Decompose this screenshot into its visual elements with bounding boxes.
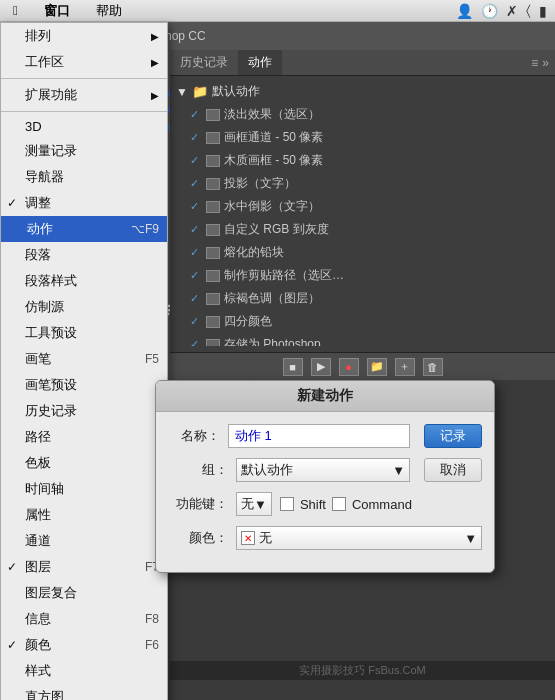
group-label: 组：	[168, 461, 228, 479]
dialog-right-buttons: 记录	[424, 424, 482, 448]
ps-title-text: hop CC	[165, 29, 206, 43]
stop-button[interactable]: ■	[283, 358, 303, 376]
action-icon-1	[206, 109, 220, 121]
action-item-7[interactable]: ✓ 熔化的铅块	[170, 241, 555, 264]
hotkey-select[interactable]: 无 ▼	[236, 492, 272, 516]
action-name-5: 水中倒影（文字）	[224, 198, 549, 215]
menu-item-color[interactable]: 颜色 F6	[1, 632, 167, 658]
menu-item-navigator[interactable]: 导航器	[1, 164, 167, 190]
action-item-11[interactable]: ✓ 存储为 Photoshop …	[170, 333, 555, 346]
bluetooth-icon: ✗	[506, 3, 518, 19]
action-item-1[interactable]: ✓ 淡出效果（选区）	[170, 103, 555, 126]
tab-history[interactable]: 历史记录	[170, 50, 238, 75]
action-icon-9	[206, 293, 220, 305]
menu-item-layers[interactable]: 图层 F7	[1, 554, 167, 580]
menu-item-3d[interactable]: 3D	[1, 115, 167, 138]
action-icon-10	[206, 316, 220, 328]
action-item-4[interactable]: ✓ 投影（文字）	[170, 172, 555, 195]
action-name-3: 木质画框 - 50 像素	[224, 152, 549, 169]
dialog-group-row: 组： 默认动作 ▼ 取消	[168, 458, 482, 482]
menu-item-brush[interactable]: 画笔 F5	[1, 346, 167, 372]
action-item-6[interactable]: ✓ 自定义 RGB 到灰度	[170, 218, 555, 241]
menu-item-para-style[interactable]: 段落样式	[1, 268, 167, 294]
delete-button[interactable]: 🗑	[423, 358, 443, 376]
new-set-button[interactable]: 📁	[367, 358, 387, 376]
record-button[interactable]: 记录	[424, 424, 482, 448]
menu-item-extend[interactable]: 扩展功能 ▶	[1, 82, 167, 108]
hotkey-label: 功能键：	[168, 495, 228, 513]
arrow-icon-2: ▶	[151, 57, 159, 68]
menubar-help[interactable]: 帮助	[91, 0, 127, 22]
new-action-button[interactable]: ＋	[395, 358, 415, 376]
menu-item-workspace[interactable]: 工作区 ▶	[1, 49, 167, 75]
dialog-name-row: 名称： 记录	[168, 424, 482, 448]
menu-item-actions[interactable]: ✓ 动作 ⌥F9	[1, 216, 167, 242]
action-item-9[interactable]: ✓ 棕褐色调（图层）	[170, 287, 555, 310]
menu-item-channels[interactable]: 通道	[1, 528, 167, 554]
group-name: 默认动作	[212, 83, 260, 100]
arrow-icon: ▶	[151, 31, 159, 42]
menu-item-measure[interactable]: 测量记录	[1, 138, 167, 164]
color-select[interactable]: ✕ 无 ▼	[236, 526, 482, 550]
menu-item-info[interactable]: 信息 F8	[1, 606, 167, 632]
color-value: 无	[255, 529, 464, 547]
canvas-bottom-text: 实用摄影技巧 FsBus.CoM	[170, 661, 555, 680]
action-item-8[interactable]: ✓ 制作剪贴路径（选区…	[170, 264, 555, 287]
cancel-button[interactable]: 取消	[424, 458, 482, 482]
menu-item-properties[interactable]: 属性	[1, 502, 167, 528]
panel-tabs: 历史记录 动作 ≡ »	[170, 50, 555, 76]
dialog-cancel-btns: 取消	[424, 458, 482, 482]
menu-item-brush-preset[interactable]: 画笔预设	[1, 372, 167, 398]
record-button[interactable]: ●	[339, 358, 359, 376]
action-item-3[interactable]: ✓ 木质画框 - 50 像素	[170, 149, 555, 172]
panel-expand-icon[interactable]: »	[542, 56, 549, 70]
action-icon-2	[206, 132, 220, 144]
menubar-window[interactable]: 窗口	[39, 0, 75, 22]
menu-item-styles[interactable]: 样式	[1, 658, 167, 684]
dialog-body: 名称： 记录 组： 默认动作 ▼ 取消 功能键：	[156, 412, 494, 572]
shift-label: Shift	[300, 497, 326, 512]
check-8: ✓	[190, 269, 202, 282]
menu-item-extend-label: 扩展功能	[25, 86, 77, 104]
menu-item-path[interactable]: 路径	[1, 424, 167, 450]
action-icon-6	[206, 224, 220, 236]
action-group-header[interactable]: ▼ 📁 默认动作	[170, 80, 555, 103]
menu-item-histogram[interactable]: 直方图	[1, 684, 167, 700]
clock-icon: 🕐	[481, 3, 498, 19]
play-button[interactable]: ▶	[311, 358, 331, 376]
menu-item-swatches[interactable]: 色板	[1, 450, 167, 476]
menu-item-timeline[interactable]: 时间轴	[1, 476, 167, 502]
check-1: ✓	[190, 108, 202, 121]
menu-item-clone-src[interactable]: 仿制源	[1, 294, 167, 320]
command-checkbox[interactable]	[332, 497, 346, 511]
shortcut-brush: F5	[145, 352, 159, 366]
actions-list: ▼ 📁 默认动作 ✓ 淡出效果（选区） ✓ 画框通道 - 50 像素 ✓ 木质画…	[170, 76, 555, 346]
color-x-icon: ✕	[241, 531, 255, 545]
menubar-right-icons: 👤 🕐 ✗ 〈 ▮	[456, 2, 547, 19]
action-icon-11	[206, 339, 220, 347]
action-icon-3	[206, 155, 220, 167]
action-item-5[interactable]: ✓ 水中倒影（文字）	[170, 195, 555, 218]
action-icon-7	[206, 247, 220, 259]
menubar-apple[interactable]: 	[8, 1, 23, 20]
menu-item-paragraph[interactable]: 段落	[1, 242, 167, 268]
menu-item-pailie[interactable]: 排列 ▶	[1, 23, 167, 49]
menu-item-tool-preset[interactable]: 工具预设	[1, 320, 167, 346]
menu-item-layer-comps[interactable]: 图层复合	[1, 580, 167, 606]
action-item-10[interactable]: ✓ 四分颜色	[170, 310, 555, 333]
check-4: ✓	[190, 177, 202, 190]
ps-titlebar: hop CC	[155, 22, 555, 50]
panel-menu-icon[interactable]: ≡	[531, 56, 538, 70]
menu-item-adjust[interactable]: 调整	[1, 190, 167, 216]
tab-actions[interactable]: 动作	[238, 50, 282, 75]
check-9: ✓	[190, 292, 202, 305]
name-input[interactable]	[228, 424, 410, 448]
shift-checkbox[interactable]	[280, 497, 294, 511]
group-select-value: 默认动作	[241, 461, 293, 479]
color-label: 颜色：	[168, 529, 228, 547]
group-select[interactable]: 默认动作 ▼	[236, 458, 410, 482]
checkboxes: Shift Command	[280, 497, 412, 512]
action-item-2[interactable]: ✓ 画框通道 - 50 像素	[170, 126, 555, 149]
action-icon-5	[206, 201, 220, 213]
menu-item-history[interactable]: 历史记录	[1, 398, 167, 424]
